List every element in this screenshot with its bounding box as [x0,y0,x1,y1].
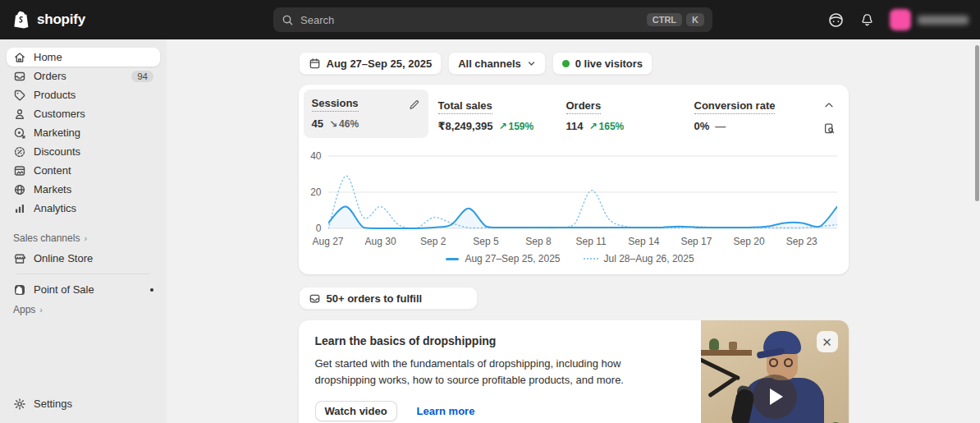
collapse-chevron-up-icon[interactable] [823,99,835,111]
sidebar-item-settings[interactable]: Settings [7,394,160,413]
metric-tab-sessions[interactable]: Sessions 45 ↘ 46% [304,90,428,138]
analytics-bars-icon [13,202,26,215]
apps-section[interactable]: Apps › [7,299,160,320]
online-store-icon [13,252,26,265]
sessions-value: 45 [312,117,323,130]
sidebar-item-label: Customers [34,108,85,120]
metric-conversion-rate[interactable]: Conversion rate 0% — [694,90,822,132]
sidebar-item-label: Markets [34,183,71,195]
search-icon [282,14,294,26]
account-menu[interactable] [890,9,969,30]
sidebar-item-online-store[interactable]: Online Store [7,249,160,268]
y-tick-40: 40 [310,150,321,162]
chevron-right-icon: › [39,305,43,315]
metric-total-sales[interactable]: Total sales ₹8,249,395 ↗ 159% [438,90,566,132]
orders-metric-label: Orders [566,99,602,114]
k-key-badge: K [686,13,704,26]
y-tick-20: 20 [310,186,321,198]
sidebar-item-marketing[interactable]: Marketing [7,123,160,142]
sidebar-item-label: Discounts [34,145,80,158]
vertical-scrollbar[interactable] [975,45,979,201]
sales-channels-section[interactable]: Sales channels › [7,228,160,249]
legend-current-period: Aug 27–Sep 25, 2025 [446,253,560,264]
learn-more-link[interactable]: Learn more [417,405,475,417]
channel-filter-dropdown[interactable]: All channels [448,52,546,75]
learning-card-title: Learn the basics of dropshipping [315,334,685,347]
close-icon[interactable]: ✕ [817,331,838,352]
play-button[interactable] [753,375,797,419]
live-visitors-dot [562,60,570,67]
marketing-target-icon [13,126,26,140]
sidebar-divider [16,274,150,274]
search-placeholder: Search [300,14,334,26]
chart-plot-area[interactable] [328,154,837,230]
legend-previous-period: Jul 28–Aug 26, 2025 [584,253,694,264]
store-avatar [890,9,911,30]
sessions-chart-svg [328,154,837,230]
sidebar-item-label: Online Store [34,252,93,264]
ctrl-key-badge: CTRL [647,13,682,26]
dropshipping-learning-card: Learn the basics of dropshipping Get sta… [299,320,849,423]
play-icon [770,389,783,405]
sidebar-item-analytics[interactable]: Analytics [7,199,160,218]
dotted-line-swatch [584,258,598,260]
y-tick-0: 0 [316,223,322,234]
date-range-label: Aug 27–Sep 25, 2025 [327,57,433,70]
pos-notification-dot [150,288,153,292]
video-thumbnail[interactable]: ✕ [701,320,849,423]
fulfill-inbox-icon [309,292,321,305]
sessions-chart: 40 20 0 [304,154,837,230]
trend-down-arrow-icon: ↘ [329,118,337,130]
sidebar-item-point-of-sale[interactable]: Point of Sale [7,280,160,299]
thumb-plant [709,338,719,350]
chart-legend: Aug 27–Sep 25, 2025 Jul 28–Aug 26, 2025 [304,253,837,264]
orders-to-fulfill-banner[interactable]: 50+ orders to fulfill [299,287,478,310]
notifications-bell-icon[interactable] [859,12,875,28]
sidebar-item-customers[interactable]: Customers [7,104,160,123]
sidebar-item-label: Point of Sale [34,283,94,296]
sidebar-item-discounts[interactable]: Discounts [7,142,160,161]
live-visitors-button[interactable]: 0 live visitors [552,52,653,75]
date-range-picker[interactable]: Aug 27–Sep 25, 2025 [299,52,442,75]
main-content: Aug 27–Sep 25, 2025 All channels 0 live … [167,39,980,423]
topbar: shopify Search CTRL K [0,0,980,39]
settings-gear-icon [13,398,26,411]
brand-wordmark: shopify [37,11,85,28]
orders-value: 114 [566,120,584,132]
chevron-down-icon [527,59,536,68]
sessions-change: ↘ 46% [329,118,359,130]
total-sales-value: ₹8,249,395 [438,120,493,132]
orders-count-badge: 94 [131,71,153,82]
learning-card-body: Get started with the fundamentals of dro… [315,356,670,389]
sidebar-item-orders[interactable]: Orders 94 [7,67,160,85]
shopify-logo[interactable]: shopify [13,0,85,39]
orders-change: ↗ 165% [588,121,624,132]
metric-orders[interactable]: Orders 114 ↗ 165% [566,90,694,132]
sidebar-item-label: Content [34,164,71,177]
point-of-sale-icon [13,283,26,297]
sidebar-item-markets[interactable]: Markets [7,180,160,199]
view-report-icon[interactable] [823,122,836,135]
sidebar-item-content[interactable]: Content [7,161,160,180]
sidebar-item-home[interactable]: Home [7,48,160,67]
shopify-bag-icon [13,10,31,30]
sidebar-item-label: Orders [34,70,66,82]
discounts-seal-icon [13,145,26,159]
sidebar-item-products[interactable]: Products [7,85,160,104]
watch-video-button[interactable]: Watch video [315,401,397,421]
sessions-metric-label: Sessions [312,97,359,112]
orders-icon [13,70,26,83]
conversion-rate-value: 0% [694,120,710,132]
global-search-input[interactable]: Search CTRL K [273,7,712,32]
sidebar-item-label: Marketing [34,126,80,139]
channel-filter-label: All channels [458,57,521,70]
thumb-shelf [701,350,752,356]
analytics-overview-card: Sessions 45 ↘ 46% Total sales [299,85,849,274]
sidebar-nav: Home Orders 94 Products Customers Market… [0,39,167,423]
sidekick-icon[interactable] [827,11,845,29]
edit-pencil-icon[interactable] [408,99,420,111]
trend-up-arrow-icon: ↗ [588,121,597,132]
chevron-right-icon: › [84,233,87,243]
sidebar-item-label: Home [34,51,62,63]
sidebar-item-label: Settings [34,398,72,410]
